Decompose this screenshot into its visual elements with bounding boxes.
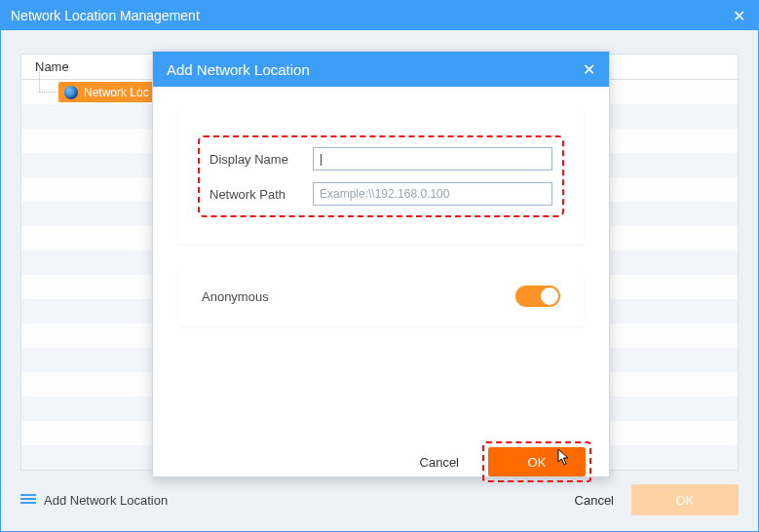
ok-highlight: OK [482,441,591,482]
globe-icon [64,86,78,99]
anonymous-toggle[interactable] [515,285,560,307]
selected-item-label: Network Loc [84,86,149,99]
list-icon [20,494,36,506]
network-path-label: Network Path [209,187,307,202]
dialog-ok-label: OK [528,455,547,470]
main-close-icon[interactable]: ✕ [729,6,748,25]
dialog-footer: Cancel OK [420,441,591,482]
display-name-label: Display Name [209,152,307,167]
main-title: Network Location Management [11,8,200,23]
display-name-row: Display Name [209,147,552,171]
network-path-input[interactable] [313,182,552,206]
form-section: Display Name Network Path [178,108,584,245]
main-titlebar: Network Location Management ✕ [1,1,758,30]
main-ok-button[interactable]: OK [631,484,739,515]
add-network-location-link[interactable]: Add Network Location [20,493,168,508]
add-network-location-label: Add Network Location [44,493,168,508]
add-location-dialog: Add Network Location ✕ Display Name Netw… [152,51,610,477]
dialog-title: Add Network Location [167,61,310,78]
dialog-ok-button[interactable]: OK [488,447,586,476]
anonymous-label: Anonymous [202,289,269,304]
main-ok-label: OK [676,493,695,508]
dialog-body: Display Name Network Path Anonymous Canc… [153,108,609,498]
form-highlight: Display Name Network Path [198,135,564,217]
display-name-input[interactable] [313,147,552,171]
anonymous-section: Anonymous [178,266,584,326]
tree-branch-icon [39,68,57,93]
dialog-titlebar: Add Network Location ✕ [153,52,609,87]
toggle-knob [541,287,558,305]
dialog-cancel-button[interactable]: Cancel [420,455,459,470]
network-path-row: Network Path [209,182,552,206]
dialog-close-icon[interactable]: ✕ [583,60,595,79]
